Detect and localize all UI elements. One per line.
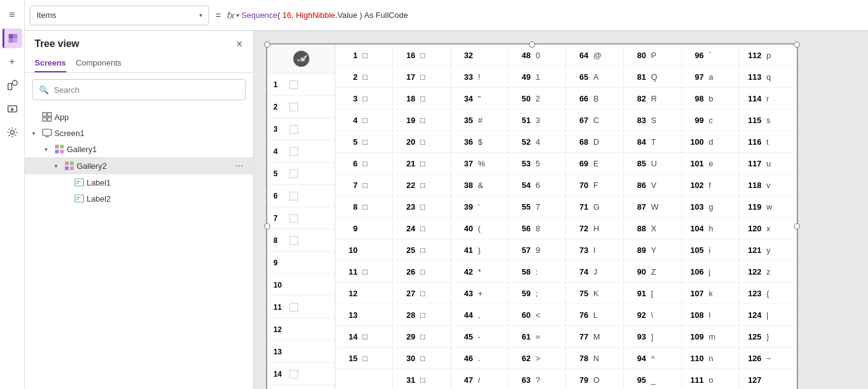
cell-char: □	[420, 289, 425, 298]
svg-point-7	[11, 130, 14, 134]
ascii-cell: 59;	[509, 283, 565, 304]
cell-char: _	[651, 375, 655, 385]
cell-number: 21	[398, 159, 415, 168]
row-num: 8	[273, 236, 286, 245]
cell-number: 113	[744, 72, 762, 82]
ascii-col-6: 96`97a98b99c100d101e102f103g104h105i106j…	[682, 45, 739, 389]
cell-number: 28	[398, 310, 415, 320]
gallery-strip-row-15: 15	[267, 385, 335, 389]
svg-rect-10	[43, 118, 46, 121]
ascii-col-0: 1□2□3□4□5□6□7□8□91011□121314□15□	[335, 45, 393, 389]
settings-icon[interactable]	[2, 122, 22, 142]
checkbox-11[interactable]	[290, 303, 298, 312]
cell-number: 91	[629, 289, 646, 298]
add-icon[interactable]: +	[2, 52, 22, 72]
checkbox-7[interactable]	[290, 214, 298, 223]
checkbox-14[interactable]	[290, 370, 298, 378]
cell-char: 9	[536, 246, 540, 255]
ascii-cell: 87W	[624, 196, 681, 218]
cell-char: S	[651, 116, 656, 125]
checkbox-5[interactable]	[290, 169, 298, 178]
tree-item-gallery1[interactable]: ▾ Gallery1	[25, 141, 253, 157]
search-input[interactable]	[54, 85, 239, 95]
ascii-cell: 71G	[566, 196, 623, 218]
cell-number: 73	[571, 246, 588, 255]
svg-rect-12	[43, 129, 51, 135]
hamburger-icon[interactable]: ≡	[2, 5, 22, 25]
tree-item-label1[interactable]: Label1	[25, 174, 253, 190]
ascii-cell: 19□	[393, 109, 450, 131]
cell-number: 26	[398, 267, 415, 276]
cell-char: m	[709, 332, 716, 341]
tree-item-screen1[interactable]: ▾ Screen1	[25, 125, 253, 141]
cell-char: E	[593, 159, 599, 168]
checkbox-4[interactable]	[290, 147, 298, 156]
cell-number: 50	[513, 94, 531, 103]
tab-screens[interactable]: Screens	[35, 54, 66, 72]
cell-number: 68	[571, 137, 588, 147]
ascii-cell: 126~	[739, 348, 796, 369]
formula-bar: Items ▾ = fx ▾ Sequence( 16, HighNibble.…	[25, 0, 868, 31]
ascii-cell: 5□	[335, 131, 392, 153]
row-num: 2	[273, 103, 286, 111]
handle-top-right[interactable]	[794, 41, 800, 48]
ascii-cell: 568	[509, 218, 565, 239]
more-options-button[interactable]: ···	[233, 160, 246, 171]
ascii-cell: 22□	[393, 174, 450, 196]
cell-number: 110	[687, 354, 704, 363]
checkbox-3[interactable]	[290, 125, 298, 134]
cell-number: 94	[629, 354, 646, 363]
ascii-col-4: 64@65A66B67C68D69E70F71G72H73I74J75K76L7…	[566, 45, 624, 389]
label2-label: Label2	[87, 194, 246, 203]
equals-sign: =	[215, 10, 221, 21]
tree-item-gallery2[interactable]: ▾ Gallery2 ···	[25, 157, 253, 174]
cell-number: 72	[571, 224, 588, 233]
cell-char: □	[420, 137, 425, 147]
ascii-col-3: 48049150251352453554655756857958:59;60<6…	[509, 45, 566, 389]
cell-number: 27	[398, 289, 415, 298]
cell-number: 61	[513, 332, 531, 341]
cell-number: 86	[629, 181, 646, 190]
media-icon[interactable]	[2, 99, 22, 119]
handle-mid-right[interactable]	[794, 223, 800, 229]
cell-char: K	[593, 289, 599, 298]
checkbox-6[interactable]	[290, 192, 298, 200]
items-dropdown[interactable]: Items ▾	[30, 6, 209, 25]
svg-rect-3	[13, 38, 17, 43]
cell-number: 117	[744, 159, 762, 168]
checkbox-8[interactable]	[290, 236, 298, 245]
cell-number: 39	[456, 202, 473, 212]
cell-number: 92	[629, 310, 646, 320]
cell-number: 41	[456, 246, 473, 255]
tree-items: App ▾ Screen1 ▾	[25, 106, 253, 389]
checkbox-2[interactable]	[290, 103, 298, 111]
handle-mid-left[interactable]	[264, 223, 270, 229]
cell-char: 2	[536, 94, 540, 103]
ascii-cell: 66B	[566, 88, 623, 109]
tree-item-label2[interactable]: Label2	[25, 190, 253, 207]
handle-top-mid[interactable]	[529, 41, 535, 48]
cell-number: 126	[744, 354, 762, 363]
checkbox-1[interactable]	[290, 80, 298, 89]
layers-icon[interactable]	[2, 28, 22, 48]
handle-top-left[interactable]	[264, 41, 270, 48]
shapes-icon[interactable]	[2, 75, 22, 95]
tree-tabs: Screens Components	[25, 54, 253, 73]
cell-number: 8	[340, 202, 358, 212]
ascii-cell: 28□	[393, 304, 450, 326]
tab-components[interactable]: Components	[76, 54, 122, 72]
ascii-cell: 108l	[682, 304, 739, 326]
cell-char: L	[593, 310, 598, 320]
cell-number: 70	[571, 181, 588, 190]
cell-number: 19	[398, 116, 415, 125]
tree-item-app[interactable]: App	[25, 109, 253, 125]
screen1-label: Screen1	[54, 129, 246, 138]
gallery-strip-header: 𝒜	[267, 45, 335, 74]
cell-char: <	[536, 310, 541, 320]
tree-close-button[interactable]: ✕	[236, 39, 243, 49]
gallery-widget[interactable]: 𝒜 1 2 3 4	[266, 43, 798, 389]
cell-char: e	[709, 159, 713, 168]
ascii-cell: 73I	[566, 239, 623, 261]
cell-number: 16	[398, 51, 415, 60]
ascii-cell: 93]	[624, 326, 681, 348]
